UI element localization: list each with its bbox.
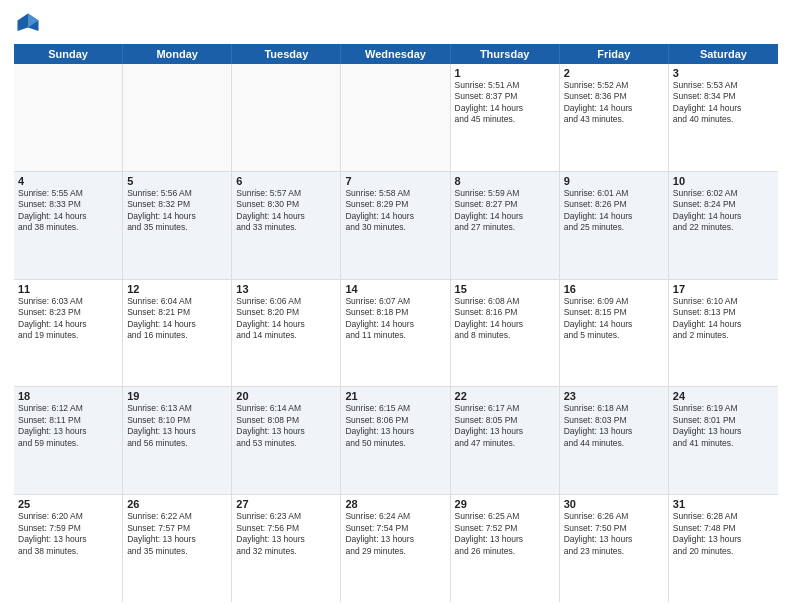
calendar-cell-r1-c0: 4Sunrise: 5:55 AM Sunset: 8:33 PM Daylig…: [14, 172, 123, 279]
calendar-cell-r2-c0: 11Sunrise: 6:03 AM Sunset: 8:23 PM Dayli…: [14, 280, 123, 387]
day-number: 30: [564, 498, 664, 510]
page: SundayMondayTuesdayWednesdayThursdayFrid…: [0, 0, 792, 612]
day-number: 9: [564, 175, 664, 187]
weekday-header-friday: Friday: [560, 44, 669, 64]
day-number: 11: [18, 283, 118, 295]
calendar-cell-r2-c6: 17Sunrise: 6:10 AM Sunset: 8:13 PM Dayli…: [669, 280, 778, 387]
cell-info: Sunrise: 6:17 AM Sunset: 8:05 PM Dayligh…: [455, 403, 555, 449]
day-number: 19: [127, 390, 227, 402]
day-number: 2: [564, 67, 664, 79]
cell-info: Sunrise: 6:07 AM Sunset: 8:18 PM Dayligh…: [345, 296, 445, 342]
calendar-cell-r0-c1: [123, 64, 232, 171]
calendar-row-2: 11Sunrise: 6:03 AM Sunset: 8:23 PM Dayli…: [14, 280, 778, 388]
day-number: 1: [455, 67, 555, 79]
calendar-cell-r1-c4: 8Sunrise: 5:59 AM Sunset: 8:27 PM Daylig…: [451, 172, 560, 279]
weekday-header-monday: Monday: [123, 44, 232, 64]
generalblue-logo-icon: [14, 10, 42, 38]
cell-info: Sunrise: 6:03 AM Sunset: 8:23 PM Dayligh…: [18, 296, 118, 342]
cell-info: Sunrise: 6:12 AM Sunset: 8:11 PM Dayligh…: [18, 403, 118, 449]
day-number: 26: [127, 498, 227, 510]
calendar-cell-r0-c6: 3Sunrise: 5:53 AM Sunset: 8:34 PM Daylig…: [669, 64, 778, 171]
cell-info: Sunrise: 6:15 AM Sunset: 8:06 PM Dayligh…: [345, 403, 445, 449]
calendar-cell-r2-c3: 14Sunrise: 6:07 AM Sunset: 8:18 PM Dayli…: [341, 280, 450, 387]
cell-info: Sunrise: 6:01 AM Sunset: 8:26 PM Dayligh…: [564, 188, 664, 234]
weekday-header-thursday: Thursday: [451, 44, 560, 64]
calendar-cell-r0-c0: [14, 64, 123, 171]
calendar-cell-r4-c3: 28Sunrise: 6:24 AM Sunset: 7:54 PM Dayli…: [341, 495, 450, 602]
cell-info: Sunrise: 6:02 AM Sunset: 8:24 PM Dayligh…: [673, 188, 774, 234]
calendar-cell-r0-c5: 2Sunrise: 5:52 AM Sunset: 8:36 PM Daylig…: [560, 64, 669, 171]
calendar-body: 1Sunrise: 5:51 AM Sunset: 8:37 PM Daylig…: [14, 64, 778, 602]
day-number: 5: [127, 175, 227, 187]
day-number: 10: [673, 175, 774, 187]
cell-info: Sunrise: 5:59 AM Sunset: 8:27 PM Dayligh…: [455, 188, 555, 234]
day-number: 21: [345, 390, 445, 402]
cell-info: Sunrise: 6:22 AM Sunset: 7:57 PM Dayligh…: [127, 511, 227, 557]
calendar-cell-r2-c5: 16Sunrise: 6:09 AM Sunset: 8:15 PM Dayli…: [560, 280, 669, 387]
day-number: 17: [673, 283, 774, 295]
cell-info: Sunrise: 5:56 AM Sunset: 8:32 PM Dayligh…: [127, 188, 227, 234]
cell-info: Sunrise: 6:13 AM Sunset: 8:10 PM Dayligh…: [127, 403, 227, 449]
logo: [14, 10, 46, 38]
calendar-cell-r4-c4: 29Sunrise: 6:25 AM Sunset: 7:52 PM Dayli…: [451, 495, 560, 602]
cell-info: Sunrise: 5:57 AM Sunset: 8:30 PM Dayligh…: [236, 188, 336, 234]
day-number: 16: [564, 283, 664, 295]
calendar-cell-r3-c5: 23Sunrise: 6:18 AM Sunset: 8:03 PM Dayli…: [560, 387, 669, 494]
calendar-cell-r0-c3: [341, 64, 450, 171]
calendar-cell-r4-c6: 31Sunrise: 6:28 AM Sunset: 7:48 PM Dayli…: [669, 495, 778, 602]
cell-info: Sunrise: 6:23 AM Sunset: 7:56 PM Dayligh…: [236, 511, 336, 557]
day-number: 27: [236, 498, 336, 510]
day-number: 12: [127, 283, 227, 295]
header: [14, 10, 778, 38]
day-number: 4: [18, 175, 118, 187]
day-number: 31: [673, 498, 774, 510]
calendar-header: SundayMondayTuesdayWednesdayThursdayFrid…: [14, 44, 778, 64]
calendar-row-3: 18Sunrise: 6:12 AM Sunset: 8:11 PM Dayli…: [14, 387, 778, 495]
day-number: 18: [18, 390, 118, 402]
day-number: 20: [236, 390, 336, 402]
calendar-cell-r0-c4: 1Sunrise: 5:51 AM Sunset: 8:37 PM Daylig…: [451, 64, 560, 171]
cell-info: Sunrise: 6:10 AM Sunset: 8:13 PM Dayligh…: [673, 296, 774, 342]
day-number: 25: [18, 498, 118, 510]
cell-info: Sunrise: 6:04 AM Sunset: 8:21 PM Dayligh…: [127, 296, 227, 342]
day-number: 13: [236, 283, 336, 295]
calendar-cell-r2-c4: 15Sunrise: 6:08 AM Sunset: 8:16 PM Dayli…: [451, 280, 560, 387]
cell-info: Sunrise: 6:18 AM Sunset: 8:03 PM Dayligh…: [564, 403, 664, 449]
calendar-cell-r2-c1: 12Sunrise: 6:04 AM Sunset: 8:21 PM Dayli…: [123, 280, 232, 387]
cell-info: Sunrise: 6:09 AM Sunset: 8:15 PM Dayligh…: [564, 296, 664, 342]
cell-info: Sunrise: 5:55 AM Sunset: 8:33 PM Dayligh…: [18, 188, 118, 234]
calendar-cell-r1-c1: 5Sunrise: 5:56 AM Sunset: 8:32 PM Daylig…: [123, 172, 232, 279]
cell-info: Sunrise: 6:28 AM Sunset: 7:48 PM Dayligh…: [673, 511, 774, 557]
day-number: 7: [345, 175, 445, 187]
calendar-row-1: 4Sunrise: 5:55 AM Sunset: 8:33 PM Daylig…: [14, 172, 778, 280]
day-number: 28: [345, 498, 445, 510]
day-number: 29: [455, 498, 555, 510]
cell-info: Sunrise: 6:25 AM Sunset: 7:52 PM Dayligh…: [455, 511, 555, 557]
cell-info: Sunrise: 6:24 AM Sunset: 7:54 PM Dayligh…: [345, 511, 445, 557]
cell-info: Sunrise: 5:53 AM Sunset: 8:34 PM Dayligh…: [673, 80, 774, 126]
cell-info: Sunrise: 6:20 AM Sunset: 7:59 PM Dayligh…: [18, 511, 118, 557]
calendar-cell-r2-c2: 13Sunrise: 6:06 AM Sunset: 8:20 PM Dayli…: [232, 280, 341, 387]
weekday-header-tuesday: Tuesday: [232, 44, 341, 64]
day-number: 15: [455, 283, 555, 295]
calendar-cell-r3-c1: 19Sunrise: 6:13 AM Sunset: 8:10 PM Dayli…: [123, 387, 232, 494]
calendar-cell-r4-c0: 25Sunrise: 6:20 AM Sunset: 7:59 PM Dayli…: [14, 495, 123, 602]
day-number: 6: [236, 175, 336, 187]
cell-info: Sunrise: 6:26 AM Sunset: 7:50 PM Dayligh…: [564, 511, 664, 557]
calendar-cell-r1-c6: 10Sunrise: 6:02 AM Sunset: 8:24 PM Dayli…: [669, 172, 778, 279]
day-number: 24: [673, 390, 774, 402]
cell-info: Sunrise: 6:14 AM Sunset: 8:08 PM Dayligh…: [236, 403, 336, 449]
calendar-cell-r1-c3: 7Sunrise: 5:58 AM Sunset: 8:29 PM Daylig…: [341, 172, 450, 279]
calendar-cell-r1-c5: 9Sunrise: 6:01 AM Sunset: 8:26 PM Daylig…: [560, 172, 669, 279]
day-number: 22: [455, 390, 555, 402]
day-number: 14: [345, 283, 445, 295]
calendar-cell-r3-c3: 21Sunrise: 6:15 AM Sunset: 8:06 PM Dayli…: [341, 387, 450, 494]
calendar: SundayMondayTuesdayWednesdayThursdayFrid…: [14, 44, 778, 602]
cell-info: Sunrise: 5:51 AM Sunset: 8:37 PM Dayligh…: [455, 80, 555, 126]
cell-info: Sunrise: 6:08 AM Sunset: 8:16 PM Dayligh…: [455, 296, 555, 342]
calendar-cell-r3-c4: 22Sunrise: 6:17 AM Sunset: 8:05 PM Dayli…: [451, 387, 560, 494]
calendar-row-4: 25Sunrise: 6:20 AM Sunset: 7:59 PM Dayli…: [14, 495, 778, 602]
day-number: 8: [455, 175, 555, 187]
calendar-cell-r3-c6: 24Sunrise: 6:19 AM Sunset: 8:01 PM Dayli…: [669, 387, 778, 494]
cell-info: Sunrise: 5:58 AM Sunset: 8:29 PM Dayligh…: [345, 188, 445, 234]
